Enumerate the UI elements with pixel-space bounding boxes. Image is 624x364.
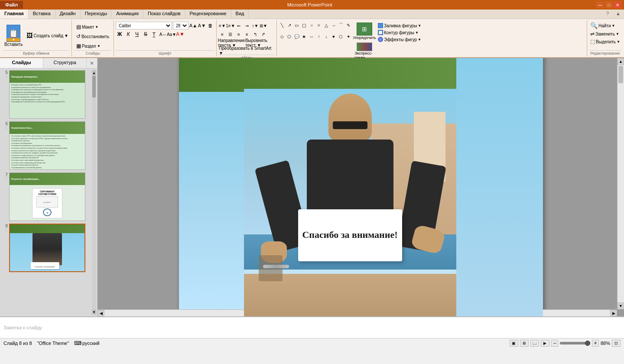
shape-effects-btn[interactable]: Эффекты фигур ▼	[377, 36, 422, 42]
shape-arrow[interactable]: ↗	[286, 22, 293, 29]
shape-callout[interactable]: 💬	[293, 33, 300, 40]
shape-triangle[interactable]: △	[323, 22, 330, 29]
font-group: Calibri 28 A▲ A▼ 🗑 Ж К Ч S T̲ A↔ Aa▼ A▼ …	[114, 20, 217, 56]
find-button[interactable]: 🔍 Найти ▼	[589, 22, 621, 29]
fit-window-btn[interactable]: ⊡	[612, 340, 621, 347]
section-button[interactable]: ▦ Раздел ▼	[75, 42, 111, 50]
decrease-indent-btn[interactable]: ⇐	[235, 22, 243, 29]
structure-tab[interactable]: Структура	[43, 58, 87, 68]
replace-button[interactable]: ⇌ Заменить ▼	[589, 30, 621, 37]
zoom-slider[interactable]	[560, 342, 590, 344]
align-right-btn[interactable]: ≡	[235, 30, 243, 38]
shape-heart[interactable]: ♥	[330, 33, 337, 40]
zoom-minus-btn[interactable]: −	[551, 340, 558, 347]
strikethrough-btn[interactable]: S	[142, 30, 150, 38]
shape-oval[interactable]: ○	[308, 22, 315, 29]
slide-sorter-btn[interactable]: ⊞	[520, 340, 529, 347]
layout-button[interactable]: ▤ Макет ▼	[75, 23, 111, 31]
underline-btn[interactable]: Ч	[133, 30, 141, 38]
scroll-left-btn[interactable]: ◀	[98, 310, 104, 316]
normal-view-btn[interactable]: ▣	[510, 340, 518, 347]
tab-slideshow[interactable]: Показ слайдов	[143, 10, 185, 19]
scroll-up-btn[interactable]: ▲	[618, 58, 624, 65]
change-case-btn[interactable]: Aa▼	[168, 30, 176, 38]
shape-rect[interactable]: ▭	[293, 22, 300, 29]
select-button[interactable]: ⬚ Выделить ▼	[589, 38, 621, 45]
minimize-btn[interactable]: —	[596, 1, 604, 8]
tab-insert[interactable]: Вставка	[29, 10, 55, 19]
slide-item-5[interactable]: 5 ☆ Процедура проведения... ➤ первые шаг…	[1, 70, 90, 119]
maximize-btn[interactable]: □	[605, 1, 613, 8]
slide-item-6[interactable]: 6 ☆ Нормативная база... ➤ основные нормы…	[1, 121, 90, 170]
slide-canvas[interactable]: Спасибо за внимание!	[179, 58, 543, 316]
font-name-select[interactable]: Calibri	[116, 22, 172, 29]
shape-rtarrow[interactable]: →	[330, 22, 337, 29]
slide-item-8[interactable]: 8 ☆ Спасибо за внимание!	[1, 224, 90, 272]
shape-diamond[interactable]: ◇	[279, 33, 286, 40]
close-sidebar-btn[interactable]: ✕	[87, 58, 97, 68]
tab-view[interactable]: Вид	[231, 10, 249, 19]
shape-burst[interactable]: ✦	[345, 33, 352, 40]
increase-indent-btn[interactable]: ⇒	[243, 22, 251, 29]
slides-tab[interactable]: Слайды	[0, 58, 43, 68]
shadow-btn[interactable]: T̲	[150, 30, 158, 38]
shape-dbl-arrow[interactable]: ↔	[308, 33, 315, 40]
shape-star[interactable]: ★	[301, 33, 308, 40]
slide-item-7[interactable]: 7 ☆ Результат сертификации... СЕРТИФИКАТ…	[1, 172, 90, 221]
language-indicator[interactable]: ⌨ русский	[74, 340, 99, 346]
tab-design[interactable]: Дизайн	[55, 10, 81, 19]
paste-button[interactable]: 📋 ▼ Вставить	[3, 24, 24, 48]
align-left-btn[interactable]: ≡	[218, 30, 226, 38]
numbering-btn[interactable]: 1≡▼	[227, 22, 234, 29]
bullets-btn[interactable]: ≡▼	[218, 22, 226, 29]
tab-review[interactable]: Рецензирование	[185, 10, 231, 19]
shape-line[interactable]: ╲	[279, 22, 286, 29]
notes-area[interactable]: Заметки к слайду	[0, 316, 624, 338]
justify-btn[interactable]: ≡	[243, 30, 251, 38]
rtl-btn[interactable]: ↰	[251, 30, 259, 38]
shape-hexagon[interactable]: ⬡	[338, 33, 344, 40]
align-center-btn[interactable]: ☰	[227, 30, 234, 38]
tab-transitions[interactable]: Переходы	[81, 10, 112, 19]
close-btn[interactable]: ✕	[614, 1, 621, 8]
slide-thumb-5: Процедура проведения... ➤ первые шаги на…	[9, 70, 85, 119]
shape-round-rect[interactable]: ▢	[301, 22, 308, 29]
restore-button[interactable]: ↺ Восстановить	[75, 32, 111, 41]
sidebar-scroll-down[interactable]: ▼	[92, 309, 96, 315]
font-size-select[interactable]: 28	[173, 22, 188, 29]
shape-more[interactable]: ▿	[315, 22, 322, 29]
slideshow-btn[interactable]: ▶	[541, 340, 549, 347]
char-spacing-btn[interactable]: A↔	[159, 30, 167, 38]
shape-outline-btn[interactable]: Контур фигуры ▼	[377, 29, 422, 36]
shape-pentagon[interactable]: ⬠	[286, 33, 293, 40]
shape-down-arrow[interactable]: ↓	[323, 33, 330, 40]
scroll-down-btn[interactable]: ▼	[618, 302, 624, 309]
ltr-btn[interactable]: ↱	[260, 30, 267, 38]
line-spacing-btn[interactable]: ↕▼	[251, 22, 259, 29]
status-bar: Слайд 8 из 8 "Office Theme" ⌨ русский ▣ …	[0, 338, 624, 348]
bold-btn[interactable]: Ж	[116, 30, 124, 38]
new-slide-button[interactable]: 🖼 Создать слайд ▼	[25, 31, 70, 40]
clear-format-btn[interactable]: 🗑	[207, 22, 214, 29]
shape-up-arrow[interactable]: ↑	[315, 33, 322, 40]
file-tab[interactable]: Файл	[0, 1, 23, 9]
paragraph-group: ≡▼ 1≡▼ ⇐ ⇒ ↕▼ ⊞▼ ≡ ☰ ≡ ≡ ↰ ↱ Направление…	[217, 20, 277, 56]
smartart-btn[interactable]: Преобразовать в SmartArt ▼	[218, 47, 275, 55]
font-color-btn[interactable]: A▼	[176, 30, 184, 38]
zoom-plus-btn[interactable]: +	[592, 340, 599, 347]
scroll-right-btn[interactable]: ▶	[610, 310, 617, 316]
tab-animation[interactable]: Анимация	[112, 10, 143, 19]
reading-view-btn[interactable]: 📖	[530, 340, 539, 347]
shape-curved[interactable]: ⌒	[338, 22, 344, 29]
shape-fill-btn[interactable]: Заливка фигуры ▼	[377, 23, 422, 29]
decrease-font-btn[interactable]: A▼	[198, 22, 206, 29]
shape-freeform[interactable]: ✎	[345, 22, 352, 29]
tab-home[interactable]: Главная	[0, 10, 29, 19]
help-icon[interactable]: ?	[603, 10, 612, 19]
sidebar-scroll-up[interactable]: ▲	[92, 70, 96, 75]
arrange-button[interactable]: ⊞ Упорядочить	[354, 22, 375, 41]
increase-font-btn[interactable]: A▲	[189, 22, 197, 29]
columns-btn[interactable]: ⊞▼	[260, 22, 267, 29]
ribbon-expand-icon[interactable]: ▲	[612, 10, 624, 19]
italic-btn[interactable]: К	[124, 30, 132, 38]
